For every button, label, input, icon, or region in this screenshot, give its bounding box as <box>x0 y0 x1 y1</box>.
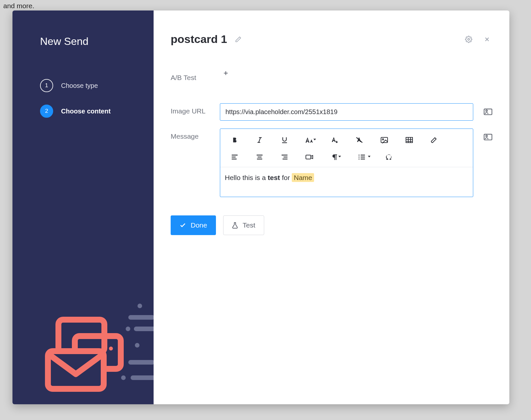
image-url-input[interactable] <box>220 103 473 121</box>
modal-backdrop: and more. New Send 1 Choose type 2 Choos… <box>0 0 531 420</box>
background-page-text: and more. <box>3 2 34 10</box>
clear-format-button[interactable] <box>347 131 372 149</box>
edit-title-button[interactable] <box>233 34 244 45</box>
align-center-icon <box>256 154 264 160</box>
svg-point-23 <box>382 139 384 140</box>
svg-rect-6 <box>128 360 154 365</box>
close-icon <box>484 36 490 43</box>
done-button[interactable]: Done <box>171 215 216 235</box>
pilcrow-icon <box>331 153 338 161</box>
check-icon <box>180 222 186 229</box>
list-icon <box>358 154 366 160</box>
image-url-personalize-button[interactable] <box>473 103 492 115</box>
highlight-button[interactable] <box>422 131 447 149</box>
new-send-modal: New Send 1 Choose type 2 Choose content <box>12 10 509 404</box>
message-label: Message <box>171 129 220 140</box>
message-text: Hello this is a <box>225 174 268 181</box>
font-size-button[interactable] <box>297 131 322 149</box>
message-text: for <box>280 174 292 181</box>
done-button-label: Done <box>191 221 207 229</box>
message-textarea[interactable]: Hello this is a test for Name <box>220 167 473 197</box>
settings-button[interactable] <box>463 34 474 45</box>
table-icon <box>405 136 413 144</box>
merge-tag-name[interactable]: Name <box>292 173 314 182</box>
list-button[interactable] <box>347 149 376 166</box>
align-left-button[interactable] <box>222 149 247 166</box>
abtest-label: A/B Test <box>171 70 220 82</box>
svg-rect-11 <box>75 336 121 369</box>
svg-rect-22 <box>381 137 388 143</box>
bold-icon <box>231 136 238 144</box>
marker-icon <box>430 136 438 144</box>
content-panel: postcard 1 A/B Test <box>154 10 509 404</box>
wizard-steps: 1 Choose type 2 Choose content <box>40 79 138 118</box>
align-right-icon <box>281 154 288 160</box>
omega-icon <box>385 153 393 161</box>
close-button[interactable] <box>482 34 492 45</box>
step-choose-type[interactable]: 1 Choose type <box>40 79 138 92</box>
step-number: 1 <box>40 79 53 92</box>
svg-point-7 <box>119 360 124 365</box>
step-label: Choose content <box>61 108 111 115</box>
svg-point-16 <box>486 110 487 111</box>
wizard-sidebar: New Send 1 Choose type 2 Choose content <box>12 10 154 404</box>
svg-rect-8 <box>131 375 154 380</box>
svg-rect-3 <box>134 327 154 331</box>
insert-table-button[interactable] <box>397 131 422 149</box>
editor-toolbar <box>220 129 473 167</box>
pencil-icon <box>235 36 242 43</box>
svg-line-19 <box>259 138 261 143</box>
step-label: Choose type <box>61 82 98 90</box>
contact-card-icon <box>484 108 492 115</box>
svg-point-14 <box>468 38 470 40</box>
svg-point-39 <box>359 155 360 156</box>
test-button-label: Test <box>243 221 255 229</box>
svg-point-46 <box>486 135 487 137</box>
svg-rect-38 <box>306 155 311 159</box>
svg-line-21 <box>356 137 362 143</box>
step-number: 2 <box>40 105 53 118</box>
text-color-icon <box>330 136 338 144</box>
sidebar-title: New Send <box>40 35 138 48</box>
clear-format-icon <box>355 136 363 144</box>
italic-button[interactable] <box>247 131 272 149</box>
form-grid: A/B Test Image URL Message <box>171 70 492 197</box>
plus-icon <box>223 70 229 76</box>
bold-button[interactable] <box>222 131 247 149</box>
message-editor: Hello this is a test for Name <box>220 129 473 197</box>
svg-point-0 <box>138 304 142 308</box>
abtest-add-cell <box>220 70 473 78</box>
test-button[interactable]: Test <box>223 215 264 235</box>
image-icon <box>380 136 388 144</box>
svg-rect-24 <box>406 137 413 143</box>
action-buttons: Done Test <box>171 215 492 235</box>
text-color-button[interactable] <box>322 131 347 149</box>
add-abtest-button[interactable] <box>223 72 229 77</box>
video-icon <box>305 154 314 160</box>
sidebar-illustration <box>12 293 154 404</box>
svg-point-41 <box>359 159 360 160</box>
svg-point-2 <box>126 327 130 331</box>
gear-icon <box>465 36 472 43</box>
header-row: postcard 1 <box>171 33 492 46</box>
svg-point-4 <box>119 343 124 348</box>
svg-rect-1 <box>128 315 154 320</box>
paragraph-format-button[interactable] <box>322 149 347 166</box>
svg-rect-10 <box>58 320 104 352</box>
page-title: postcard 1 <box>171 33 227 46</box>
insert-image-button[interactable] <box>372 131 397 149</box>
step-choose-content[interactable]: 2 Choose content <box>40 105 138 118</box>
underline-button[interactable] <box>272 131 297 149</box>
message-personalize-button[interactable] <box>473 129 492 140</box>
align-left-icon <box>231 154 239 160</box>
contact-card-icon <box>484 133 492 140</box>
align-right-button[interactable] <box>272 149 297 166</box>
special-char-button[interactable] <box>376 149 401 166</box>
flask-icon <box>232 222 238 229</box>
svg-point-12 <box>109 347 113 350</box>
align-center-button[interactable] <box>247 149 272 166</box>
svg-point-40 <box>359 157 360 158</box>
insert-video-button[interactable] <box>297 149 322 166</box>
font-size-icon <box>305 136 314 144</box>
italic-icon <box>256 136 263 144</box>
